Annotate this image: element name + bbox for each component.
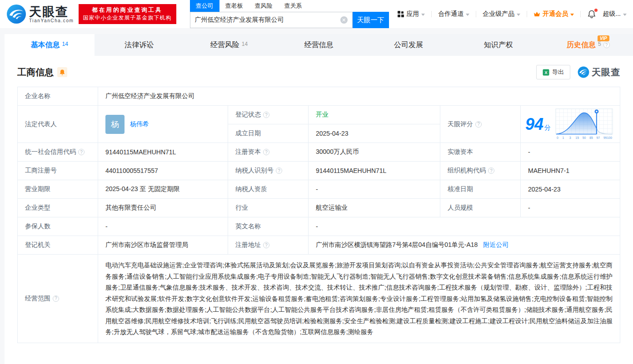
label-tianyan-score: 天眼评分?	[440, 106, 521, 143]
legal-rep-avatar[interactable]: 杨	[105, 115, 125, 134]
help-icon[interactable]: ?	[53, 295, 59, 302]
table-row: 企业名称 广州低空经济产业发展有限公司	[18, 87, 620, 106]
nav-enterprise[interactable]: 企业级产品	[483, 10, 520, 18]
table-row: 经营范围? 电动汽车充电基础设施运营;企业管理咨询;体验式拓展活动及策划;会议及…	[18, 255, 620, 343]
header-nav: 应用 合作通道 企业级产品 开通会员 超级...	[398, 10, 627, 19]
tianyancha-logo-icon	[6, 4, 26, 24]
search-tab-company[interactable]: 查公司	[190, 0, 219, 12]
label-approval-date: 核准日期	[440, 180, 521, 199]
value-staff-size: -	[521, 199, 620, 217]
value-reg-address: 广州市南沙区横沥镇海望路7号第4层04自编号01单元-A18 附近公司	[309, 236, 620, 255]
label-english-name: 英文名称	[228, 217, 309, 236]
tab-operating-risk[interactable]: 经营风险 14	[184, 34, 274, 56]
value-approval-date: 2025-04-23	[521, 180, 620, 199]
score-distribution-chart: 0 1 3 15 50 85 97 99 100	[555, 108, 615, 141]
label-company-name: 企业名称	[18, 87, 98, 106]
value-credit-code: 91440115MAEHUHN71L	[98, 143, 228, 162]
legal-rep-link[interactable]: 杨伟希	[130, 120, 149, 128]
slogan-line1: 都在用的商业查询工具	[83, 6, 172, 14]
tab-company-development[interactable]: 公司发展	[364, 34, 454, 56]
chevron-down-icon	[466, 14, 469, 16]
nav-open-vip[interactable]: 开通会员	[533, 10, 574, 18]
search-tab-risk[interactable]: 查风险	[249, 0, 279, 12]
nav-apps[interactable]: 应用	[398, 10, 425, 18]
brand-logo[interactable]: 天眼查 TianYanCha.com	[6, 4, 74, 24]
divider	[476, 11, 476, 17]
chevron-down-icon	[623, 14, 627, 16]
page-container: 基本信息 14 法律诉讼 经营风险 14 经营信息 公司发展 知识产权 VIP …	[5, 34, 633, 364]
help-icon[interactable]: ?	[276, 167, 282, 174]
label-staff-size: 人员规模	[440, 199, 521, 217]
page-gap	[0, 28, 633, 34]
svg-text:1: 1	[562, 136, 564, 139]
table-row: 法定代表人 杨 杨伟希 登记状态? 开业 天眼评分? 94 分	[18, 106, 620, 124]
label-business-term: 营业期限	[18, 180, 98, 199]
tianyancha-logo-icon	[578, 66, 589, 78]
help-icon[interactable]: ?	[475, 121, 482, 128]
tab-operating-info[interactable]: 经营信息	[274, 34, 364, 56]
divider	[527, 11, 527, 17]
label-insured-count: 参保人数	[18, 217, 98, 236]
search-tab-relation[interactable]: 查关系	[279, 0, 308, 12]
svg-text:50: 50	[583, 136, 586, 139]
label-paid-capital: 实缴资本	[440, 143, 521, 162]
value-legal-rep: 杨 杨伟希	[98, 106, 228, 143]
label-reg-capital: 注册资本?	[228, 143, 309, 162]
search-input[interactable]	[190, 16, 340, 24]
top-header: 天眼查 TianYanCha.com 都在用的商业查询工具 国家中小企业发展子基…	[0, 0, 633, 28]
divider	[580, 11, 581, 17]
apps-grid-icon	[398, 11, 404, 17]
tab-legal-litigation[interactable]: 法律诉讼	[95, 34, 184, 56]
clear-icon[interactable]: ✕	[340, 16, 348, 24]
value-company-name: 广州低空经济产业发展有限公司	[98, 87, 620, 106]
search-button[interactable]: 天眼一下	[353, 12, 389, 28]
monitor-bell-button[interactable]	[57, 67, 67, 77]
tab-history-info[interactable]: VIP 历史信息 5 ?	[543, 34, 633, 56]
value-taxpayer-id: 91440115MAEHUHN71L	[309, 162, 440, 180]
svg-text:99: 99	[603, 136, 607, 139]
help-icon[interactable]: ?	[488, 167, 494, 174]
excel-icon: X	[543, 69, 549, 76]
search-tab-boss[interactable]: 查老板	[219, 0, 249, 12]
tab-intellectual-property[interactable]: 知识产权	[454, 34, 543, 56]
chevron-down-icon	[570, 14, 574, 16]
slogan-line2: 国家中小企业发展子基金旗下机构	[83, 14, 172, 22]
help-icon[interactable]: ?	[603, 42, 610, 48]
section-header: 工商信息 X 导出 天眼查	[5, 56, 633, 87]
score-value: 94	[525, 116, 543, 133]
brand-domain: TianYanCha.com	[29, 18, 74, 23]
svg-text:0: 0	[557, 136, 558, 139]
nav-super-vip[interactable]: 超级...	[603, 10, 627, 18]
notifications-bell[interactable]	[587, 10, 596, 19]
label-reg-number: 工商注册号	[18, 162, 98, 180]
table-row: 参保人数 - 英文名称 -	[18, 217, 620, 236]
tab-basic-info[interactable]: 基本信息 14	[5, 34, 95, 56]
value-org-code: MAEHUHN7-1	[521, 162, 620, 180]
label-org-code: 组织机构代码?	[440, 162, 521, 180]
brand-name: 天眼查	[29, 5, 74, 18]
nav-partner[interactable]: 合作通道	[438, 10, 469, 18]
value-business-term: 2025-04-23 至 无固定期限	[98, 180, 228, 199]
help-icon[interactable]: ?	[263, 242, 269, 248]
score-unit: 分	[544, 123, 551, 133]
search-tabs: 查公司 查老板 查风险 查关系	[190, 0, 389, 12]
value-insured-count: -	[98, 217, 228, 236]
export-button[interactable]: X 导出	[536, 65, 570, 79]
value-tianyan-score: 94 分	[521, 106, 620, 143]
help-icon[interactable]: ?	[263, 112, 269, 118]
notification-dot	[594, 9, 598, 12]
watermark-logo: 天眼查	[578, 66, 620, 79]
value-industry: 航空运输业	[309, 199, 440, 217]
svg-text:85: 85	[589, 136, 593, 139]
svg-text:3: 3	[569, 136, 571, 139]
table-row: 工商注册号 440110005517557 纳税人识别号? 91440115MA…	[18, 162, 620, 180]
label-credit-code: 统一社会信用代码?	[18, 143, 98, 162]
nearby-companies-link[interactable]: 附近公司	[483, 241, 508, 248]
help-icon[interactable]: ?	[78, 149, 85, 155]
value-reg-number: 440110005517557	[98, 162, 228, 180]
svg-text:100: 100	[607, 136, 613, 139]
table-row: 营业期限 2025-04-23 至 无固定期限 纳税人资质 - 核准日期 202…	[18, 180, 620, 199]
help-icon[interactable]: ?	[263, 149, 269, 155]
value-reg-capital: 30000万人民币	[309, 143, 440, 162]
bell-icon	[60, 69, 65, 75]
